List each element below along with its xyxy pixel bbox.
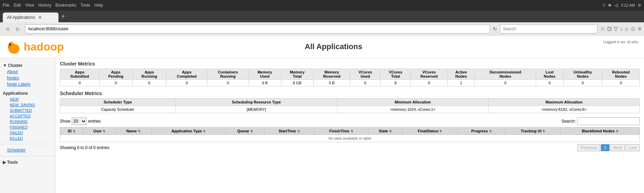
browser-search-input[interactable] — [500, 24, 597, 33]
browser-navbar: ◀ ▶ ↻ ☆ ⊡ ▽ ↓ ⌂ ☺ ≡ — [0, 22, 644, 36]
val-min-allocation: <memory:1024, vCores:1> — [337, 106, 488, 113]
col-decommissioned-nodes: DecommissionedNodes — [475, 69, 536, 80]
col-state[interactable]: State ⇅ — [368, 128, 402, 135]
progress-sort-icon: ⇅ — [489, 130, 492, 133]
sidebar-item-node-labels[interactable]: Node Labels — [3, 81, 53, 87]
col-queue[interactable]: Queue ⇅ — [226, 128, 265, 135]
col-vcores-total: VCoresTotal — [380, 69, 411, 80]
nav-right-icons: ☆ ⊡ ▽ ↓ ⌂ ☺ ≡ — [600, 25, 641, 32]
cluster-section-header[interactable]: ▼ Cluster — [3, 62, 53, 69]
col-name[interactable]: Name ⇅ — [116, 128, 151, 135]
shield-icon[interactable]: ▽ — [614, 25, 618, 32]
tab-close-button[interactable]: ✕ — [38, 15, 42, 20]
menu-view[interactable]: View — [25, 3, 34, 8]
table-search-input[interactable] — [577, 117, 640, 125]
applications-table: ID ⇅ User ⇅ Name ⇅ Application Type ⇅ Qu… — [60, 127, 640, 142]
logged-in-text: Logged in as: dr.who — [603, 40, 638, 44]
val-containers-running: 0 — [207, 80, 249, 86]
menu-file[interactable]: File — [3, 3, 9, 8]
sidebar: ▼ Cluster About Nodes Node Labels Applic… — [0, 58, 56, 193]
forward-button[interactable]: ▶ — [14, 25, 22, 33]
tools-section-header[interactable]: ▶ Tools — [3, 159, 53, 165]
col-progress[interactable]: Progress ⇅ — [458, 128, 505, 135]
tab-label: All Applications — [7, 15, 35, 20]
cluster-metrics-table: AppsSubmitted AppsPending AppsRunning Ap… — [60, 69, 640, 86]
hadoop-elephant-icon — [6, 38, 22, 55]
applications-section-header[interactable]: Applications — [3, 90, 53, 96]
active-tab[interactable]: All Applications ✕ — [3, 13, 58, 22]
next-button[interactable]: Next — [610, 144, 625, 151]
menu-tools[interactable]: Tools — [80, 3, 90, 8]
menu-history[interactable]: History — [38, 3, 51, 8]
col-tracking-ui[interactable]: Tracking UI ⇅ — [505, 128, 561, 135]
download-icon[interactable]: ↓ — [620, 26, 623, 32]
sidebar-item-new-saving[interactable]: NEW_SAVING — [3, 102, 53, 108]
sidebar-item-finished[interactable]: FINISHED — [3, 124, 53, 130]
blacklisted-sort-icon: ⇅ — [616, 130, 619, 133]
start-time-sort-icon: ⇅ — [297, 130, 300, 133]
sidebar-item-nodes[interactable]: Nodes — [3, 75, 53, 81]
settings-icon: ⚙ — [638, 3, 641, 8]
sidebar-item-killed[interactable]: KILLED — [3, 136, 53, 141]
val-max-allocation: <memory:8192, vCores:8> — [488, 106, 639, 113]
col-finish-time[interactable]: FinishTime ⇅ — [314, 128, 368, 135]
col-final-status[interactable]: FinalStatus ⇅ — [402, 128, 458, 135]
col-app-type[interactable]: Application Type ⇅ — [151, 128, 226, 135]
tools-section: ▶ Tools — [0, 158, 55, 167]
sidebar-item-accepted[interactable]: ACCEPTED — [3, 113, 53, 119]
menu-help[interactable]: Help — [94, 3, 103, 8]
scheduler-metrics-title: Scheduler Metrics — [60, 91, 640, 96]
content-area: Cluster Metrics AppsSubmitted AppsPendin… — [56, 58, 644, 193]
svg-rect-6 — [15, 51, 16, 54]
col-rebooted-nodes: RebootedNodes — [602, 69, 640, 80]
col-user[interactable]: User ⇅ — [83, 128, 116, 135]
col-containers-running: ContainersRunning — [207, 69, 249, 80]
val-decommissioned-nodes: 0 — [475, 80, 536, 86]
sidebar-item-about[interactable]: About — [3, 69, 53, 75]
col-start-time[interactable]: StartTime ⇅ — [265, 128, 314, 135]
val-unhealthy-nodes: 0 — [563, 80, 602, 86]
browser-status: ▽ ✱ ◁) 2:22 AM ⚙ — [603, 3, 641, 8]
val-vcores-used: 0 — [350, 80, 380, 86]
bluetooth-icon: ✱ — [608, 3, 611, 8]
previous-button[interactable]: Previous — [578, 144, 600, 151]
col-min-allocation: Minimum Allocation — [337, 99, 488, 106]
app-type-sort-icon: ⇅ — [203, 130, 206, 133]
clock: 2:22 AM — [621, 3, 635, 7]
refresh-button[interactable]: ↻ — [493, 26, 497, 32]
col-unhealthy-nodes: UnhealthyNodes — [563, 69, 602, 80]
user-icon[interactable]: ☺ — [630, 26, 636, 32]
page-header: hadoop All Applications Logged in as: dr… — [0, 36, 644, 58]
val-scheduler-type: Capacity Scheduler — [60, 106, 176, 113]
sidebar-item-new[interactable]: NEW — [3, 96, 53, 102]
col-apps-completed: AppsCompleted — [166, 69, 207, 80]
sidebar-divider-2 — [0, 156, 55, 156]
menu-edit[interactable]: Edit — [14, 3, 21, 8]
val-apps-running: 0 — [132, 80, 166, 86]
sidebar-item-scheduler[interactable]: Scheduler — [3, 147, 53, 153]
col-blacklisted-nodes[interactable]: Blacklisted Nodes ⇅ — [561, 128, 640, 135]
search-label: Search: — [561, 119, 576, 124]
tracking-ui-sort-icon: ⇅ — [542, 130, 545, 133]
val-memory-total: 8 GB — [281, 80, 313, 86]
last-button[interactable]: Last — [626, 144, 640, 151]
bookmark-icon[interactable]: ☆ — [600, 25, 605, 32]
sync-icon[interactable]: ⊡ — [607, 25, 612, 32]
col-id[interactable]: ID ⇅ — [60, 128, 84, 135]
browser-titlebar: File Edit View History Bookmarks Tools H… — [0, 0, 644, 10]
val-memory-reserved: 0 B — [313, 80, 350, 86]
sidebar-item-submitted[interactable]: SUBMITTED — [3, 108, 53, 113]
page-1-button[interactable]: 1 — [601, 144, 610, 151]
sidebar-item-running[interactable]: RUNNING — [3, 119, 53, 124]
home-icon[interactable]: ⌂ — [625, 26, 628, 32]
sidebar-item-failed[interactable]: FAILED — [3, 130, 53, 136]
col-apps-running: AppsRunning — [132, 69, 166, 80]
back-button[interactable]: ◀ — [3, 25, 11, 33]
cluster-section: ▼ Cluster About Nodes Node Labels — [0, 61, 55, 89]
address-bar[interactable] — [25, 24, 490, 33]
main-layout: ▼ Cluster About Nodes Node Labels Applic… — [0, 58, 644, 193]
new-tab-button[interactable]: + — [58, 10, 68, 22]
menu-bookmarks[interactable]: Bookmarks — [55, 3, 76, 8]
entries-select[interactable]: 10 20 50 100 — [72, 117, 87, 125]
menu-icon[interactable]: ≡ — [638, 26, 641, 32]
